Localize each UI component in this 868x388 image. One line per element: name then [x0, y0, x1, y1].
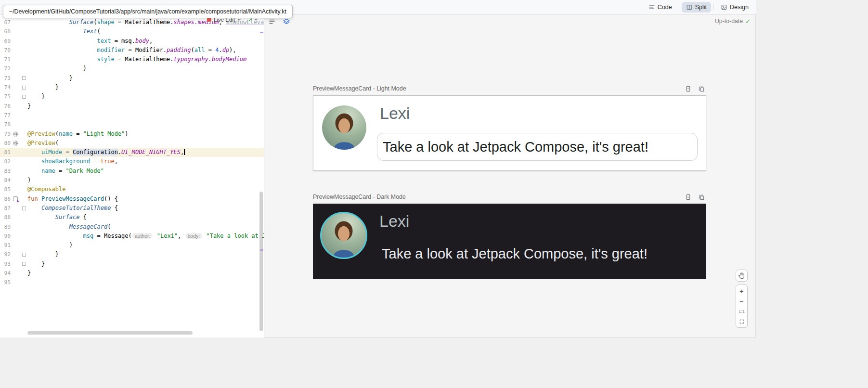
code-text[interactable] — [27, 111, 264, 120]
code-text[interactable]: @Preview( — [27, 139, 264, 148]
preview-canvas-dark[interactable]: Lexi Take a look at Jetpack Compose, it'… — [313, 204, 706, 279]
code-text[interactable]: Text( — [27, 27, 264, 36]
code-line[interactable]: 75 } — [0, 92, 264, 101]
zoom-in-button[interactable]: + — [736, 286, 747, 296]
code-line[interactable]: 83 name = "Dark Mode" — [0, 167, 264, 176]
run-on-device-icon[interactable] — [683, 192, 693, 202]
code-line[interactable]: 80@Preview( — [0, 139, 264, 148]
line-number[interactable]: 81 — [0, 148, 11, 157]
breadcrumb-file-path[interactable]: ~/Development/GitHub/ComposeTutorial3/ap… — [3, 5, 293, 18]
line-number[interactable]: 80 — [0, 139, 11, 148]
line-number[interactable]: 76 — [0, 102, 11, 111]
code-line[interactable]: 76} — [0, 102, 264, 111]
code-text[interactable]: } — [27, 259, 264, 269]
code-line[interactable]: 87 ComposeTutorialTheme { — [0, 204, 264, 213]
line-number[interactable]: 87 — [0, 204, 11, 213]
preview-settings-gear-icon[interactable] — [13, 131, 19, 137]
fold-marker-icon[interactable] — [22, 262, 26, 266]
fold-marker-icon[interactable] — [22, 207, 26, 210]
copy-preview-icon[interactable] — [697, 84, 706, 93]
code-text[interactable]: } — [27, 269, 264, 278]
line-number[interactable]: 89 — [0, 222, 11, 232]
fold-marker-icon[interactable] — [22, 86, 26, 90]
code-line[interactable]: 92 } — [0, 250, 264, 259]
fold-marker-icon[interactable] — [22, 76, 26, 80]
vertical-scrollbar[interactable] — [259, 192, 263, 331]
fold-marker-icon[interactable] — [22, 95, 26, 99]
line-number[interactable]: 86 — [0, 194, 11, 204]
code-line[interactable]: 74 } — [0, 83, 264, 92]
code-line[interactable]: 70 modifier = Modifier.padding(all = 4.d… — [0, 46, 264, 55]
code-text[interactable]: ) — [27, 176, 264, 185]
run-preview-gutter-icon[interactable] — [13, 196, 18, 201]
code-line[interactable]: 93 } — [0, 259, 264, 269]
code-text[interactable]: ) — [27, 241, 264, 250]
copy-preview-icon[interactable] — [697, 192, 706, 202]
tab-design[interactable]: Design — [716, 2, 753, 13]
line-number[interactable]: 79 — [0, 129, 11, 139]
line-number[interactable]: 70 — [0, 46, 11, 55]
code-text[interactable]: modifier = Modifier.padding(all = 4.dp), — [27, 46, 264, 55]
code-line[interactable]: 68 Text( — [0, 27, 264, 36]
code-line[interactable]: 78 — [0, 120, 264, 129]
line-number[interactable]: 71 — [0, 55, 11, 64]
code-text[interactable]: style = MaterialTheme.typography.bodyMed… — [27, 55, 264, 64]
code-text[interactable] — [27, 278, 264, 287]
zoom-out-button[interactable]: − — [736, 296, 747, 306]
code-text[interactable]: Surface { — [27, 213, 264, 222]
code-text[interactable]: msg = Message(author: "Lexi", body: "Tak… — [27, 232, 264, 241]
code-line[interactable]: 81 uiMode = Configuration.UI_MODE_NIGHT_… — [0, 148, 264, 157]
line-number[interactable]: 90 — [0, 232, 11, 241]
view-options-icon[interactable] — [267, 17, 277, 26]
code-text[interactable]: MessageCard( — [27, 222, 264, 232]
line-number[interactable]: 83 — [0, 167, 11, 176]
code-line[interactable]: 69 text = msg.body, — [0, 37, 264, 46]
line-number[interactable]: 72 — [0, 64, 11, 73]
fold-marker-icon[interactable] — [22, 253, 26, 257]
line-number[interactable]: 73 — [0, 74, 11, 83]
code-text[interactable]: ) — [27, 64, 264, 73]
zoom-reset-button[interactable]: 1:1 — [736, 306, 747, 316]
line-number[interactable]: 68 — [0, 27, 11, 36]
code-line[interactable]: 73 } — [0, 74, 264, 83]
code-line[interactable]: 95 — [0, 278, 264, 287]
run-on-device-icon[interactable] — [683, 84, 693, 93]
line-number[interactable]: 69 — [0, 37, 11, 46]
line-number[interactable]: 78 — [0, 120, 11, 129]
code-text[interactable]: } — [27, 102, 264, 111]
code-text[interactable]: } — [27, 92, 264, 101]
line-number[interactable]: 75 — [0, 92, 11, 101]
horizontal-scrollbar[interactable] — [27, 331, 193, 335]
code-text[interactable]: } — [27, 250, 264, 259]
code-line[interactable]: 84) — [0, 176, 264, 185]
code-line[interactable]: 91 ) — [0, 241, 264, 250]
code-text[interactable]: ComposeTutorialTheme { — [27, 204, 264, 213]
code-line[interactable]: 79@Preview(name = "Light Mode") — [0, 129, 264, 139]
code-text[interactable]: name = "Dark Mode" — [27, 167, 264, 176]
layers-icon[interactable] — [282, 17, 291, 26]
code-line[interactable]: 86fun PreviewMessageCard() { — [0, 194, 264, 204]
preview-canvas-light[interactable]: Lexi Take a look at Jetpack Compose, it'… — [313, 95, 706, 171]
code-text[interactable]: text = msg.body, — [27, 37, 264, 46]
code-text[interactable]: } — [27, 83, 264, 92]
line-number[interactable]: 88 — [0, 213, 11, 222]
code-line[interactable]: 88 Surface { — [0, 213, 264, 222]
line-number[interactable]: 67 — [0, 18, 11, 27]
line-number[interactable]: 74 — [0, 83, 11, 92]
code-text[interactable] — [27, 120, 264, 129]
code-line[interactable]: 77 — [0, 111, 264, 120]
tab-split[interactable]: Split — [682, 2, 711, 13]
code-line[interactable]: 89 MessageCard( — [0, 222, 264, 232]
code-text[interactable]: @Composable — [27, 185, 264, 194]
code-line[interactable]: 72 ) — [0, 64, 264, 73]
code-text[interactable]: @Preview(name = "Light Mode") — [27, 129, 264, 139]
zoom-to-fit-button[interactable] — [736, 316, 747, 326]
line-number[interactable]: 93 — [0, 259, 11, 269]
line-number[interactable]: 82 — [0, 157, 11, 166]
code-line[interactable]: 71 style = MaterialTheme.typography.body… — [0, 55, 264, 64]
line-number[interactable]: 92 — [0, 250, 11, 259]
code-line[interactable]: 94} — [0, 269, 264, 278]
horizontal-scrollbar-track[interactable] — [27, 331, 258, 335]
line-number[interactable]: 95 — [0, 278, 11, 287]
code-text[interactable]: uiMode = Configuration.UI_MODE_NIGHT_YES… — [27, 148, 264, 157]
